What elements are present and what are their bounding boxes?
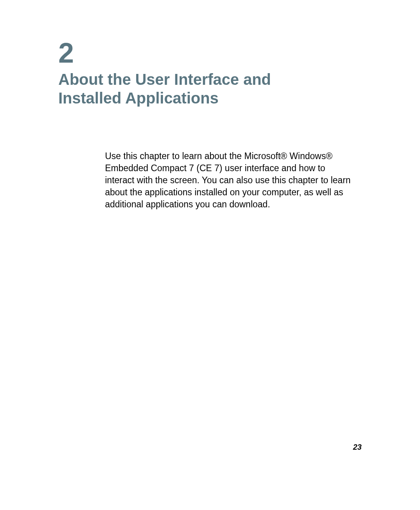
chapter-number: 2	[58, 39, 362, 67]
body-paragraph: Use this chapter to learn about the Micr…	[105, 150, 354, 210]
chapter-title: About the User Interface and Installed A…	[58, 70, 331, 107]
page-number: 23	[353, 443, 362, 452]
document-page: 2 About the User Interface and Installed…	[0, 0, 420, 510]
